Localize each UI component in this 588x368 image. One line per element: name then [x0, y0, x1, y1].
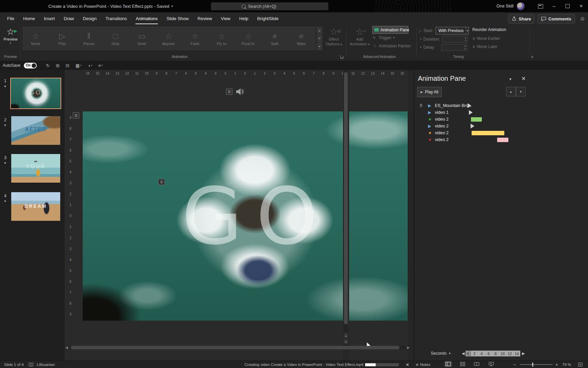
comments-button[interactable]: Comments [537, 14, 575, 24]
animation-painter-button[interactable]: ☆ Animation Painter [373, 43, 411, 48]
start-dropdown[interactable]: With Previous ▾ [436, 27, 469, 34]
animation-pane-button[interactable]: Animation Pane [372, 26, 408, 34]
notes-button[interactable]: ≡ Notes [416, 361, 430, 368]
tab-draw[interactable]: Draw [59, 12, 78, 25]
spell-check-icon[interactable] [29, 361, 33, 368]
collapse-ribbon-button[interactable]: ∧ [531, 55, 534, 59]
timeline-scroll-left-icon[interactable]: ◀ [462, 351, 464, 356]
zoom-slider-track[interactable] [520, 364, 553, 365]
gallery-item-seek[interactable]: ▭Seek [129, 27, 155, 50]
gallery-scroll-down-button[interactable]: ▼ [316, 34, 323, 42]
slide-thumbnail-2[interactable]: AFTER [11, 116, 60, 145]
zoom-slider-thumb[interactable] [532, 363, 533, 367]
play-all-button[interactable]: ▶ Play All [417, 87, 442, 97]
normal-view-button[interactable] [444, 361, 452, 367]
animation-order-badge[interactable]: 0 [226, 89, 232, 95]
saved-status-caret-icon[interactable]: ▾ [171, 4, 173, 8]
account-name[interactable]: One Skill [496, 4, 513, 9]
slide-sorter-view-button[interactable] [459, 361, 466, 367]
language-indicator[interactable]: Lithuanian [37, 361, 55, 368]
seconds-dropdown[interactable]: Seconds ▼ [431, 351, 451, 356]
move-earlier-button[interactable]: ∧ Move Earlier [472, 36, 500, 41]
gallery-item-appear[interactable]: ☆Appear [155, 27, 182, 50]
slide-thumbnail-4[interactable]: DREAM [11, 192, 60, 221]
gallery-item-stop[interactable]: □Stop [102, 27, 129, 50]
duration-spinner[interactable]: ▲▼ [442, 36, 468, 43]
tab-animations[interactable]: Animations [131, 12, 162, 25]
animation-list-item[interactable]: ▶video 1 [414, 109, 588, 116]
avatar[interactable] [517, 2, 525, 10]
scrollbar-thumb[interactable] [71, 346, 399, 349]
vertical-ruler[interactable]: 9876543210123456789 [68, 116, 73, 316]
add-animation-button[interactable]: ☆+ Add Animation ▾ [349, 27, 370, 47]
vertical-scrollbar[interactable]: ▲ ▼ [343, 70, 349, 361]
animation-list-item[interactable]: ★video 2 [414, 116, 588, 123]
zoom-out-button[interactable]: − [513, 361, 516, 368]
redo-icon[interactable]: ↻ [46, 63, 50, 68]
slide-thumbnail-3[interactable]: YOUR [11, 154, 60, 183]
feedback-smiley-icon[interactable]: ☺ [580, 16, 585, 22]
gallery-item-pause[interactable]: ‖Pause [76, 27, 102, 50]
tab-transitions[interactable]: Transitions [101, 12, 131, 25]
gallery-item-none[interactable]: ☆None [22, 27, 49, 50]
animation-dialog-launcher[interactable] [340, 55, 344, 59]
delay-down-icon[interactable]: ▼ [464, 47, 466, 50]
preview-button[interactable]: ☆▶ Preview ▾ [3, 27, 18, 45]
delay-up-icon[interactable]: ▲ [464, 45, 466, 47]
gallery-item-fly-in[interactable]: ☆Fly In [208, 27, 235, 50]
scroll-right-icon[interactable]: ▶ [406, 346, 410, 350]
timeline-scale[interactable]: 02468101214 [466, 351, 520, 356]
animation-pane-menu-icon[interactable]: ▼ [509, 77, 512, 81]
restore-button[interactable] [561, 0, 574, 12]
timeline-duration-bar[interactable] [472, 131, 504, 135]
timeline-duration-bar[interactable] [471, 117, 482, 122]
print-icon[interactable]: ⊟ [66, 63, 69, 68]
tab-slide-show[interactable]: Slide Show [162, 12, 193, 25]
slide-number-indicator[interactable]: Slide 1 of 4 [4, 361, 24, 368]
gallery-item-fade[interactable]: ☆Fade [182, 27, 208, 50]
trigger-button[interactable]: ϟ Trigger ▾ [373, 35, 394, 40]
fit-to-window-icon[interactable] [578, 361, 583, 368]
gallery-item-float-in[interactable]: ☆Float In [235, 27, 261, 50]
tab-insert[interactable]: Insert [39, 12, 60, 25]
animation-pane-close-icon[interactable]: ✕ [521, 75, 526, 82]
animation-list-item[interactable]: ▶video 2 [414, 123, 588, 129]
tab-view[interactable]: View [216, 12, 235, 25]
tab-design[interactable]: Design [79, 12, 101, 25]
slide-canvas[interactable]: GO 0 [83, 111, 408, 321]
close-button[interactable]: × [574, 0, 588, 12]
gallery-scroll-up-button[interactable]: ▲ [316, 27, 323, 34]
slide-layout-icon[interactable]: ⊞ [56, 63, 60, 68]
tab-file[interactable]: File [3, 12, 19, 25]
scrollbar-thumb[interactable] [344, 72, 348, 324]
horizontal-ruler[interactable]: 1615141312111098765432101234567891011121… [85, 72, 405, 75]
ribbon-display-options-button[interactable] [534, 0, 547, 12]
gallery-item-wipe[interactable]: ★Wipe [288, 27, 314, 50]
previous-slide-button[interactable]: ▲ [344, 333, 348, 338]
tab-home[interactable]: Home [19, 12, 39, 25]
move-later-button[interactable]: ∨ Move Later [472, 44, 497, 49]
animation-list-item[interactable]: 0▶ES_Mountain Bro... [414, 102, 588, 109]
animation-list-item[interactable]: ★video 2 [414, 136, 588, 143]
tab-brightslide[interactable]: BrightSlide [253, 12, 283, 25]
search-input[interactable]: Search (Alt+Q) [211, 2, 328, 10]
slide-thumbnail-1[interactable]: GO [10, 78, 61, 109]
scroll-left-icon[interactable]: ◀ [65, 346, 69, 350]
gallery-item-split[interactable]: ★Split [261, 27, 288, 50]
slide-title-text[interactable]: GO [182, 171, 331, 262]
effect-options-button[interactable]: ☆⚙ Effect Options ▾ [323, 27, 344, 47]
table-style-icon[interactable]: ▦▾ [76, 63, 82, 68]
next-slide-button[interactable]: ▼ [344, 339, 348, 344]
animation-list-item[interactable]: ★video 2 [414, 129, 588, 136]
customize-qat-icon[interactable]: ≡▾ [98, 63, 103, 68]
animation-order-badge[interactable]: 0 [158, 179, 165, 185]
share-button[interactable]: Share [508, 14, 535, 24]
reading-view-button[interactable] [473, 361, 480, 367]
timeline-duration-bar[interactable] [497, 138, 508, 142]
gallery-item-play[interactable]: ▷Play [49, 27, 76, 50]
timeline-scroll-right-icon[interactable]: ▶ [522, 351, 525, 356]
tab-review[interactable]: Review [193, 12, 216, 25]
duration-up-icon[interactable]: ▲ [464, 36, 467, 39]
shape-fill-icon[interactable]: ◑▾ [88, 63, 92, 68]
minimize-button[interactable]: ─ [547, 0, 561, 12]
